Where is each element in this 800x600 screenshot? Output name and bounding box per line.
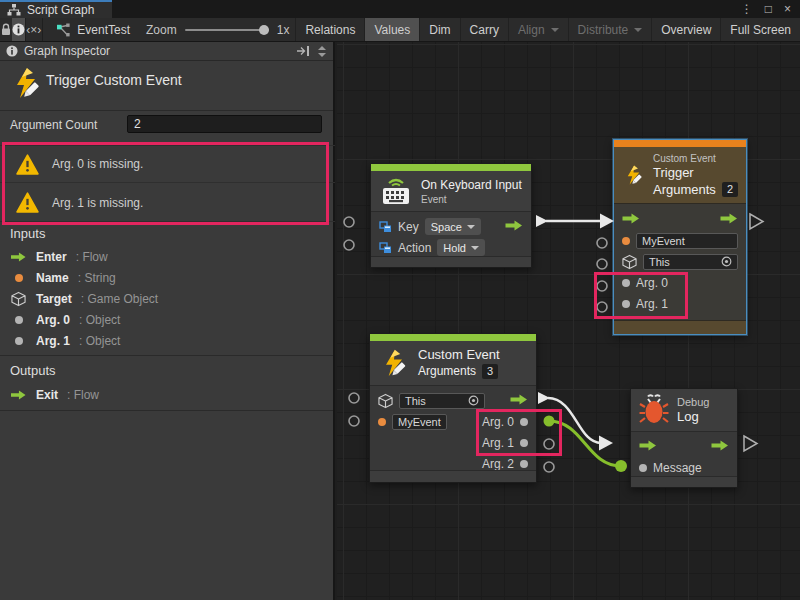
values-button[interactable]: Values: [364, 18, 419, 41]
scroll-down-icon: [318, 53, 326, 57]
info-icon: [12, 23, 25, 36]
chevron-down-icon: [634, 28, 642, 32]
io-item-enter: Enter : Flow: [10, 248, 108, 266]
dim-button[interactable]: Dim: [419, 18, 459, 41]
io-item-target: Target : Game Object: [10, 290, 158, 308]
port-event-arg1[interactable]: [544, 439, 554, 449]
object-port-icon: [639, 464, 647, 472]
object-port-icon: [622, 300, 630, 308]
port-keyboard-key[interactable]: [344, 217, 354, 227]
key-label: Key: [398, 220, 419, 234]
inspector-toggle-button[interactable]: [12, 18, 25, 41]
toolbar-toggle-buttons: Relations Values Dim Carry Align Distrib…: [295, 18, 800, 41]
inputs-header: Inputs: [10, 226, 45, 241]
node-custom-event[interactable]: Custom Event Arguments 3 This: [369, 333, 537, 483]
io-item-name: Name : String: [10, 269, 116, 287]
cube-icon: [10, 291, 27, 307]
script-graph-icon: [56, 23, 71, 37]
port-event-target[interactable]: [349, 393, 359, 403]
flow-in-port[interactable]: [639, 440, 657, 454]
node-trigger-custom-event[interactable]: Custom Event Trigger Arguments 2: [613, 139, 747, 335]
graph-canvas[interactable]: On Keyboard Input Event Key Space: [337, 42, 800, 600]
cube-icon: [622, 254, 637, 270]
window-maximize-icon[interactable]: □: [765, 0, 772, 18]
flow-out-port[interactable]: [711, 440, 729, 454]
relations-button[interactable]: Relations: [295, 18, 364, 41]
arg1-label: Arg. 1: [482, 436, 514, 450]
outputs-header: Outputs: [10, 363, 56, 378]
port-trigger-arg0[interactable]: [597, 281, 607, 291]
window-menu-icon[interactable]: ⋮: [741, 0, 753, 18]
window-close-icon[interactable]: ×: [784, 0, 791, 18]
node-kicker: Custom Event: [653, 152, 738, 165]
flow-in-port[interactable]: [622, 213, 640, 227]
flow-arrow-icon: [10, 252, 27, 262]
key-dropdown[interactable]: Space: [425, 218, 481, 235]
wire-end-arrow: [600, 214, 614, 229]
port-message-connected[interactable]: [615, 460, 627, 472]
panel-scroll-arrows[interactable]: [317, 46, 329, 57]
edit-source-button[interactable]: ‹×›: [25, 18, 41, 41]
chevron-down-icon: [551, 28, 559, 32]
dock-icon[interactable]: [296, 45, 311, 57]
port-trigger-target[interactable]: [597, 259, 607, 269]
warning-text: Arg. 1 is missing.: [52, 196, 143, 210]
wire-arg0-to-message[interactable]: [549, 421, 621, 466]
carry-button[interactable]: Carry: [460, 18, 508, 41]
port-arg0-connected[interactable]: [544, 416, 555, 427]
wire-event-to-debug[interactable]: [548, 398, 601, 443]
node-title: On Keyboard Input: [421, 177, 522, 193]
object-port-icon: [520, 439, 528, 447]
zoom-slider[interactable]: [185, 29, 269, 31]
target-field[interactable]: This: [643, 254, 738, 270]
port-event-arg2[interactable]: [544, 462, 554, 472]
cube-icon: [378, 393, 393, 409]
graph-inspector-panel: Graph Inspector: [0, 42, 335, 600]
event-name-field[interactable]: MyEvent: [636, 233, 738, 249]
overview-button[interactable]: Overview: [651, 18, 720, 41]
fullscreen-button[interactable]: Full Screen: [720, 18, 800, 41]
bug-icon: [639, 394, 669, 426]
scroll-up-icon: [318, 46, 326, 50]
flow-out-triangle-trigger[interactable]: [750, 214, 763, 229]
io-item-arg0: Arg. 0 : Object: [10, 311, 120, 329]
object-picker-icon[interactable]: [468, 395, 479, 406]
node-on-keyboard-input[interactable]: On Keyboard Input Event Key Space: [370, 163, 532, 268]
keyboard-icon: [379, 176, 413, 206]
distribute-button[interactable]: Distribute: [568, 18, 652, 41]
string-port-icon: [378, 418, 386, 426]
graph-toolbar: ‹×› EventTest Zoom 1x Relations Values D…: [0, 18, 800, 42]
port-keyboard-action[interactable]: [344, 240, 354, 250]
flow-out-triangle-debug[interactable]: [744, 436, 757, 451]
port-trigger-name[interactable]: [597, 238, 607, 248]
info-icon: [6, 45, 18, 57]
port-trigger-arg1[interactable]: [597, 302, 607, 312]
flow-out-port[interactable]: [720, 213, 738, 227]
graph-breadcrumb[interactable]: EventTest: [42, 18, 140, 41]
io-item-arg1: Arg. 1 : Object: [10, 332, 120, 350]
lock-button[interactable]: [0, 18, 12, 41]
chevron-down-icon: [471, 246, 479, 250]
chevron-down-icon: [467, 225, 475, 229]
argument-count-input[interactable]: 2: [127, 115, 322, 133]
flow-out-port[interactable]: [505, 220, 523, 234]
warning-icon: [16, 192, 39, 213]
unit-title-block: Trigger Custom Event: [0, 62, 333, 109]
event-name-field[interactable]: MyEvent: [392, 414, 447, 430]
node-debug-log[interactable]: Debug Log Message: [630, 388, 738, 488]
io-item-exit: Exit : Flow: [10, 386, 99, 404]
action-dropdown[interactable]: Hold: [437, 239, 485, 256]
port-event-name[interactable]: [349, 416, 359, 426]
arguments-count-badge: 2: [722, 182, 738, 197]
custom-event-icon: [8, 65, 44, 101]
target-field[interactable]: This: [399, 393, 485, 409]
flow-out-port[interactable]: [510, 394, 528, 408]
main-area: Graph Inspector: [0, 42, 800, 600]
align-button[interactable]: Align: [508, 18, 568, 41]
unit-title: Trigger Custom Event: [46, 72, 182, 88]
object-picker-icon[interactable]: [721, 256, 732, 267]
arguments-label: Arguments: [653, 181, 716, 198]
zoom-slider-handle[interactable]: [259, 25, 269, 35]
arguments-label: Arguments: [418, 363, 476, 380]
tab-script-graph[interactable]: Script Graph: [0, 0, 112, 18]
